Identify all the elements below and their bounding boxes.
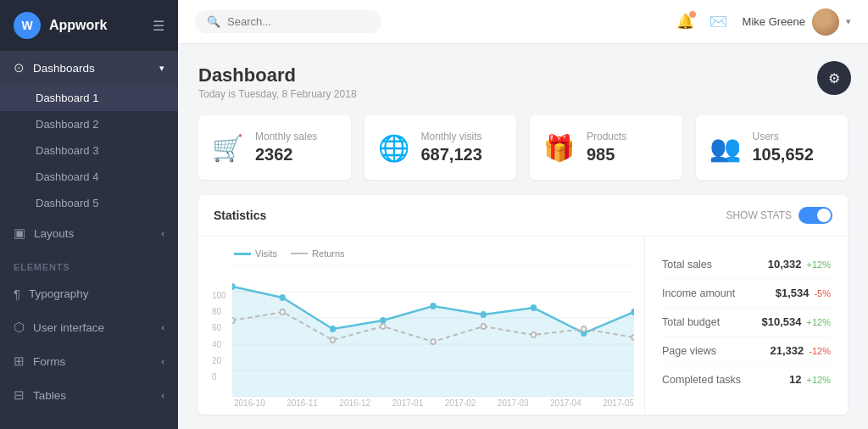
return-dot (481, 324, 486, 329)
stat-row-budget-label: Total budget (662, 316, 762, 328)
return-dot (331, 337, 335, 343)
legend-returns: Returns (291, 248, 345, 259)
page-title: Dashboard (198, 64, 848, 86)
search-input[interactable] (227, 15, 370, 28)
main-content: 🔍 🔔 ✉️ Mike Greene ▾ ⚙ Dashboard Today i… (178, 0, 868, 429)
search-bar[interactable]: 🔍 (195, 10, 381, 33)
forms-icon: ⊞ (14, 354, 25, 369)
notifications-icon[interactable]: 🔔 (676, 13, 694, 31)
stat-row-tasks-label: Completed tasks (662, 374, 789, 386)
dashboard-icon: ⊙ (14, 60, 25, 75)
stat-card-users-info: Users 105,652 (753, 131, 814, 164)
visit-dot (380, 317, 386, 324)
typography-icon: ¶ (14, 287, 20, 301)
chevron-left-icon2: ‹ (161, 322, 164, 332)
users-icon: 👥 (709, 133, 741, 163)
stat-card-products-label: Products (587, 131, 626, 142)
stat-row-pageviews-value: 21,332 (771, 344, 804, 357)
tables-icon: ⊟ (14, 387, 25, 403)
stat-row-total-sales-change: +12% (807, 259, 831, 270)
layouts-label: Layouts (34, 227, 74, 240)
chart-legend: Visits Returns (209, 248, 634, 259)
user-chevron-icon: ▾ (846, 16, 851, 27)
sidebar-item-dashboard5[interactable]: Dashboard 5 (0, 190, 178, 216)
avatar (812, 8, 839, 36)
page-subtitle: Today is Tuesday, 8 February 2018 (198, 88, 848, 100)
topbar: 🔍 🔔 ✉️ Mike Greene ▾ (178, 0, 868, 44)
stat-row-budget-change: +12% (807, 317, 831, 327)
avatar-image (812, 8, 839, 36)
logo-area: W Appwork ☰ (0, 0, 178, 51)
stat-card-sales: 🛒 Monthly sales 2362 (198, 115, 351, 180)
stats-title: Statistics (214, 209, 266, 222)
page-header: Dashboard Today is Tuesday, 8 February 2… (198, 64, 848, 100)
logo-icon: W (14, 12, 41, 39)
stat-card-products-value: 985 (587, 145, 626, 164)
show-stats-toggle[interactable] (798, 207, 832, 224)
stat-card-visits-label: Monthly visits (421, 131, 482, 142)
tables-label: Tables (33, 389, 66, 402)
visit-dot (531, 304, 537, 311)
stat-row-tasks-value: 12 (789, 373, 801, 386)
dashboards-label: Dashboards (33, 62, 95, 75)
legend-returns-label: Returns (312, 248, 345, 259)
stat-row-total-sales: Total sales 10,332 +12% (662, 250, 831, 279)
stat-row-budget: Total budget $10,534 +12% (662, 308, 831, 337)
stat-card-visits-value: 687,123 (421, 145, 482, 164)
stat-row-total-sales-value: 10,332 (768, 258, 802, 270)
legend-returns-dash (291, 253, 308, 254)
stat-row-pageviews-change: -12% (809, 346, 831, 356)
sidebar: W Appwork ☰ ⊙ Dashboards ▾ Dashboard 1 D… (0, 0, 178, 429)
typography-label: Typography (29, 287, 89, 300)
sidebar-item-dashboard4[interactable]: Dashboard 4 (0, 164, 178, 190)
legend-visits: Visits (234, 248, 277, 259)
dashboards-nav[interactable]: ⊙ Dashboards ▾ (0, 51, 178, 85)
settings-fab[interactable]: ⚙ (817, 61, 851, 95)
stat-row-budget-value: $10,534 (762, 315, 802, 328)
stat-row-income-value: $1,534 (776, 287, 810, 299)
return-dot (531, 332, 536, 337)
search-icon: 🔍 (207, 15, 220, 28)
notification-dot (689, 11, 696, 18)
sidebar-item-dashboard1[interactable]: Dashboard 1 (0, 85, 178, 111)
stats-body: Visits Returns 100 80 60 40 (198, 237, 848, 415)
typography-nav[interactable]: ¶ Typography (0, 277, 178, 310)
visit-dot (330, 326, 336, 332)
stat-row-pageviews-label: Page views (662, 345, 771, 357)
stats-toggle-wrap: SHOW STATS (726, 207, 832, 224)
user-menu[interactable]: Mike Greene ▾ (743, 8, 851, 36)
chevron-left-icon3: ‹ (161, 356, 164, 366)
forms-nav[interactable]: ⊞ Forms ‹ (0, 344, 178, 378)
topbar-actions: 🔔 ✉️ Mike Greene ▾ (676, 8, 851, 36)
stat-card-users: 👥 Users 105,652 (696, 115, 849, 180)
visit-dot (280, 294, 286, 301)
legend-visits-line (234, 253, 251, 255)
stat-row-pageviews: Page views 21,332 -12% (662, 337, 831, 365)
forms-label: Forms (33, 355, 65, 368)
stat-row-income-change: -5% (814, 288, 831, 298)
ui-icon: ⬡ (14, 320, 25, 335)
y-axis-labels: 100 80 60 40 20 0 (209, 291, 230, 382)
stat-card-visits: 🌐 Monthly visits 687,123 (364, 115, 517, 180)
return-dot (281, 309, 285, 315)
stat-card-sales-info: Monthly sales 2362 (255, 131, 317, 164)
stat-row-total-sales-label: Total sales (662, 259, 768, 270)
sidebar-item-dashboard3[interactable]: Dashboard 3 (0, 137, 178, 164)
x-axis-labels: 2016-10 2016-11 2016-12 2017-01 2017-02 … (209, 398, 634, 408)
chevron-down-icon: ▾ (159, 63, 164, 74)
return-dot (431, 339, 435, 344)
hamburger-icon[interactable]: ☰ (153, 18, 164, 34)
tables-nav[interactable]: ⊟ Tables ‹ (0, 378, 178, 412)
stat-card-sales-value: 2362 (255, 145, 317, 164)
return-dot (381, 324, 385, 329)
chevron-left-icon4: ‹ (161, 390, 164, 400)
messages-icon[interactable]: ✉️ (709, 13, 727, 31)
stat-row-tasks: Completed tasks 12 +12% (662, 365, 831, 393)
return-dot (632, 335, 634, 340)
layouts-nav[interactable]: ▣ Layouts ‹ (0, 216, 178, 250)
user-interface-nav[interactable]: ⬡ User interface ‹ (0, 310, 178, 344)
statistics-section: Statistics SHOW STATS Visits (198, 195, 848, 415)
toggle-knob (817, 209, 831, 222)
stat-card-products: 🎁 Products 985 (530, 115, 682, 180)
sidebar-item-dashboard2[interactable]: Dashboard 2 (0, 111, 178, 137)
